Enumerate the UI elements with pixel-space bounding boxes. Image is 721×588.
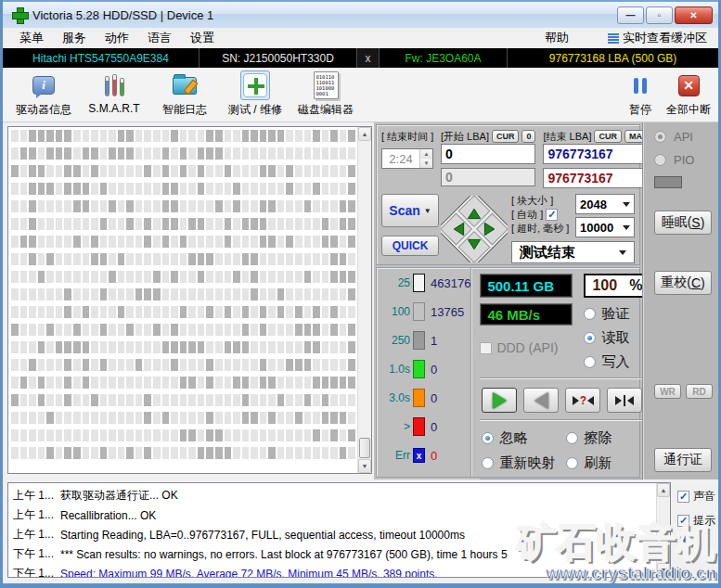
scan-block: [313, 165, 320, 177]
scan-block: [295, 253, 303, 265]
disk-editor-button[interactable]: 010110 110011 101000 0001 磁盘编辑器: [290, 70, 361, 121]
hint-checkbox-option[interactable]: ✓ 提示: [677, 513, 715, 529]
passport-button[interactable]: 通行证: [654, 448, 712, 472]
scan-block: [46, 412, 54, 424]
scan-block: [295, 147, 303, 160]
scan-block: [20, 147, 28, 160]
menu-item-settings[interactable]: 设置: [181, 28, 224, 48]
scroll-up-icon[interactable]: ▲: [358, 127, 371, 141]
jump-to-end-button[interactable]: [607, 388, 642, 413]
scan-block: [180, 183, 187, 195]
scan-block: [109, 183, 116, 195]
scroll-up-icon[interactable]: ▲: [657, 483, 670, 497]
scan-block: [330, 130, 338, 142]
scan-block: [100, 288, 108, 300]
scan-block: [348, 130, 355, 142]
status-indicator: [654, 176, 682, 188]
scroll-down-icon[interactable]: ▼: [657, 563, 670, 577]
scan-block: [233, 130, 240, 142]
action-refresh-radio[interactable]: 刷新: [566, 454, 650, 472]
scan-block: [304, 377, 312, 389]
end-lba-cur-button[interactable]: CUR: [594, 130, 622, 143]
restore-button[interactable]: ▫: [646, 6, 673, 24]
pause-button[interactable]: 暂停: [616, 70, 664, 121]
scan-block: [162, 253, 170, 265]
menu-item-help[interactable]: 帮助: [535, 28, 578, 48]
end-lba-input[interactable]: 976773167: [543, 144, 651, 164]
end-time-spinner[interactable]: 2:24 ▲▼: [381, 148, 433, 169]
scan-block: [83, 130, 90, 142]
scan-block: [38, 288, 45, 300]
smart-log-button[interactable]: 智能日志: [149, 70, 220, 121]
dpad-icon: [441, 196, 508, 262]
smart-button[interactable]: S.M.A.R.T: [79, 70, 149, 121]
menu-item-action[interactable]: 动作: [96, 28, 138, 48]
scan-block: [73, 288, 81, 300]
jump-to-error-button[interactable]: ?: [565, 388, 600, 413]
scan-block: [11, 183, 19, 195]
stat-count: 13765: [431, 305, 464, 319]
continue-button[interactable]: [482, 388, 517, 413]
scan-block: [304, 412, 312, 424]
menu-item-menu[interactable]: 菜单: [10, 28, 53, 48]
sound-checkbox-option[interactable]: ✓ 声音: [677, 489, 715, 505]
test-repair-button[interactable]: 测试 / 维修: [220, 70, 290, 121]
sound-checkbox[interactable]: ✓: [677, 491, 689, 503]
live-buffer-button[interactable]: 实时查看缓冲区: [604, 28, 711, 48]
scan-block: [109, 288, 116, 300]
action-erase-radio[interactable]: 擦除: [566, 429, 650, 447]
start-lba-input[interactable]: 0: [441, 144, 535, 164]
action-ignore-radio[interactable]: 忽略: [482, 429, 566, 447]
scan-block: [56, 412, 63, 424]
scan-block: [20, 429, 28, 441]
spin-up-icon[interactable]: ▲: [420, 149, 432, 159]
scroll-down-icon[interactable]: ▼: [358, 459, 371, 473]
recalibrate-button[interactable]: 重校(C): [654, 271, 712, 295]
hint-checkbox[interactable]: ✓: [677, 515, 689, 527]
action-remap-radio[interactable]: 重新映射: [482, 454, 566, 472]
scan-block: [91, 429, 98, 441]
scan-block: [46, 253, 54, 265]
scan-block: [38, 271, 45, 283]
mode-verify-radio[interactable]: 验证: [584, 305, 650, 323]
scan-block: [64, 183, 71, 195]
start-lba-cur-button[interactable]: CUR: [492, 130, 520, 143]
api-radio: API: [654, 130, 718, 144]
scan-block: [268, 377, 276, 389]
scan-button[interactable]: Scan▼: [381, 194, 439, 227]
minimize-button[interactable]: —: [617, 6, 644, 24]
scan-block: [348, 341, 355, 353]
scan-block: [268, 253, 276, 265]
scan-block: [171, 377, 178, 389]
drive-info-button[interactable]: i 驱动器信息: [8, 70, 79, 121]
menu-item-language[interactable]: 语言: [138, 28, 181, 48]
mode-read-radio[interactable]: 读取: [584, 329, 650, 347]
auto-checkbox[interactable]: ✓: [546, 209, 558, 221]
mode-write-radio[interactable]: 写入: [584, 353, 650, 371]
scan-block: [38, 236, 45, 248]
back-button[interactable]: [523, 388, 559, 413]
scan-block: [330, 306, 338, 318]
scan-block: [135, 130, 143, 142]
scan-block: [251, 447, 258, 459]
block-size-select[interactable]: 2048: [575, 194, 635, 214]
drive-tab-close[interactable]: x: [357, 48, 380, 68]
scan-block: [109, 341, 116, 353]
timeout-select[interactable]: 10000: [575, 217, 635, 237]
menu-item-service[interactable]: 服务: [53, 28, 96, 48]
log-scrollbar[interactable]: ▲ ▼: [656, 483, 670, 577]
scan-block: [198, 324, 205, 336]
close-button[interactable]: ✕: [675, 6, 713, 24]
sleep-button[interactable]: 睡眠(S): [654, 211, 712, 235]
scrollbar-thumb[interactable]: [359, 438, 370, 458]
spin-down-icon[interactable]: ▼: [420, 159, 432, 168]
scan-block: [126, 271, 134, 283]
block-map-scrollbar[interactable]: ▲ ▼: [357, 127, 371, 473]
start-lba-zero-button[interactable]: 0: [521, 130, 535, 143]
scan-block: [73, 147, 81, 160]
quick-button[interactable]: QUICK: [381, 236, 439, 256]
after-test-select[interactable]: 测试结束: [511, 241, 635, 263]
abort-all-button[interactable]: ✕ 全部中断: [664, 70, 713, 121]
direction-pad[interactable]: [439, 194, 509, 263]
scan-block: [162, 324, 170, 336]
